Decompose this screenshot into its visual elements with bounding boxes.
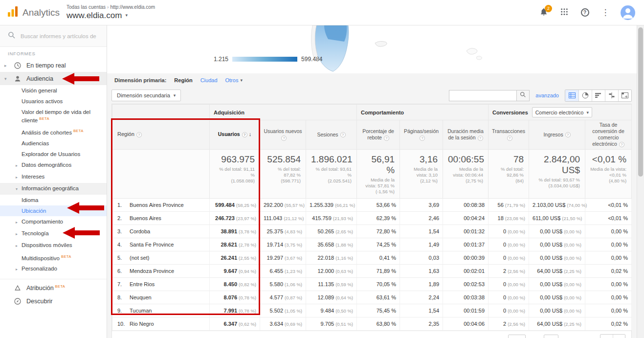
map-visualization	[107, 25, 637, 73]
revenue-cell: 64,00 US$(2,25 %)	[529, 264, 585, 277]
table-controls: Dimensión secundaria ▾ avanzado	[107, 87, 637, 104]
sort-desc-icon: ↓	[249, 131, 252, 137]
sidebar-search-input[interactable]	[21, 33, 98, 39]
table-row[interactable]: 5.(not set) 26.241(2,55 %) 19.297(3,67 %…	[112, 251, 632, 264]
pages-cell: 1,63	[400, 264, 443, 277]
notifications-button[interactable]: 2	[538, 7, 549, 18]
sidebar-item-datos-demograficos[interactable]: ▸Datos demográficos	[0, 159, 107, 171]
revenue-cell: 0,00 US$(0,00 %)	[529, 304, 585, 317]
help-button[interactable]: ?	[579, 7, 590, 18]
view-percentage-icon[interactable]	[578, 90, 592, 101]
bounce-cell: 70,05 %	[357, 277, 400, 291]
column-header-rebote[interactable]: Porcentaje de rebote?	[357, 120, 400, 150]
account-name: www.eldia.com	[67, 10, 122, 21]
brand[interactable]: Analytics	[0, 6, 67, 20]
sidebar-item-audiencia[interactable]: ▾ Audiencia	[0, 72, 107, 85]
next-page-button[interactable]: ›	[613, 335, 625, 338]
chevron-right-icon: ▸	[4, 63, 9, 68]
sidebar-item-multidispositivo[interactable]: MultidispositivoBETA	[0, 251, 107, 264]
table-row[interactable]: 1.Buenos Aires Province 599.484(58,25 %)…	[112, 198, 632, 211]
apps-grid-button[interactable]	[559, 7, 570, 18]
duration-cell: 00:01:32	[443, 225, 489, 238]
sidebar-item-vision-general[interactable]: Visión general	[0, 85, 107, 96]
sidebar-item-descubrir[interactable]: Descubrir	[0, 294, 107, 308]
sidebar-item-personalizado[interactable]: ▸Personalizado	[0, 263, 107, 275]
column-header-duracion[interactable]: Duración media de la sesión?	[443, 120, 489, 150]
sidebar-item-explorador-usuarios[interactable]: Explorador de Usuarios	[0, 149, 107, 159]
kebab-menu-button[interactable]: ⋮	[600, 7, 611, 18]
account-picker[interactable]: Todas las cuentas›http://www.eldia.com w…	[67, 4, 155, 21]
secondary-dimension-button[interactable]: Dimensión secundaria ▾	[111, 90, 181, 101]
column-header-paginas-sesion[interactable]: Páginas/sesión?	[400, 120, 443, 150]
sidebar-item-audiencias[interactable]: Audiencias	[0, 138, 107, 149]
sidebar-item-ubicacion[interactable]: Ubicación	[0, 205, 107, 216]
view-table-icon[interactable]	[565, 90, 578, 101]
group-comportamiento: Comportamiento	[357, 105, 489, 120]
table-search-button[interactable]	[516, 90, 530, 101]
sidebar-item-en-tiempo-real[interactable]: ▸ En tiempo real	[0, 59, 107, 72]
table-row[interactable]: 4.Santa Fe Province 28.621(2,78 %) 19.71…	[112, 238, 632, 251]
region-cell: 4.Santa Fe Province	[112, 238, 210, 251]
advanced-filter-link[interactable]: avanzado	[535, 92, 559, 98]
duration-cell: 00:02:01	[443, 264, 489, 277]
chevron-right-icon: ▸	[16, 242, 22, 249]
notification-badge: 2	[545, 5, 552, 12]
help-icon: ?	[478, 135, 483, 141]
new-users-cell: 19.714(3,75 %)	[260, 238, 306, 251]
sidebar-item-informacion-geografica[interactable]: ▾Información geográfica	[0, 183, 107, 195]
sidebar-item-dispositivos-moviles[interactable]: ▸Dispositivos móviles	[0, 240, 107, 251]
duration-cell: 00:01:37	[443, 238, 489, 251]
goto-page-input[interactable]	[544, 335, 558, 338]
column-header-ingresos[interactable]: Ingresos?	[529, 120, 585, 150]
table-row[interactable]: 6.Mendoza Province 9.647(0,94 %) 6.455(1…	[112, 264, 632, 277]
vertical-scrollbar[interactable]	[637, 25, 644, 338]
row-rank: 9.	[117, 308, 130, 314]
row-rank: 3.	[117, 228, 130, 234]
dimension-tab-otros[interactable]: Otros ▾	[225, 77, 243, 83]
table-row[interactable]: 9.Tucuman 7.991(0,78 %) 5.502(1,05 %) 9.…	[112, 304, 632, 317]
sidebar-item-intereses[interactable]: ▸Intereses	[0, 171, 107, 183]
column-header-region[interactable]: Región?	[112, 120, 210, 150]
dimension-tab-region[interactable]: Región	[174, 77, 192, 83]
column-header-usuarios-nuevos[interactable]: Usuarios nuevos?	[260, 120, 306, 150]
table-row[interactable]: 7.Entre Rios 8.450(0,82 %) 5.580(1,06 %)…	[112, 277, 632, 291]
column-header-sesiones[interactable]: Sesiones?	[306, 120, 357, 150]
view-comparison-icon[interactable]	[605, 90, 618, 101]
legend-gradient-bar	[232, 57, 297, 62]
scrollbar-thumb[interactable]	[638, 27, 643, 177]
avatar[interactable]	[621, 5, 635, 20]
dimension-tab-ciudad[interactable]: Ciudad	[200, 77, 218, 83]
sidebar-item-usuarios-activos[interactable]: Usuarios activos	[0, 96, 107, 107]
column-header-transacciones[interactable]: Transacciones?	[489, 120, 529, 150]
region-cell: 7.Entre Rios	[112, 277, 210, 291]
column-header-tasa-conversion[interactable]: Tasa de conversión de comercio electróni…	[585, 120, 632, 150]
users-cell: 599.484(58,25 %)	[210, 198, 260, 211]
brand-name: Analytics	[22, 7, 60, 18]
sidebar-item-tecnologia[interactable]: ▸Tecnología	[0, 228, 107, 240]
sessions-cell: 1.255.339(66,21 %)	[306, 198, 357, 211]
table-row[interactable]: 8.Neuquen 8.076(0,78 %) 4.577(0,87 %) 12…	[112, 291, 632, 304]
bounce-cell: 62,39 %	[357, 211, 400, 225]
summary-transactions: 78	[493, 154, 524, 165]
table-row[interactable]: 2.Buenos Aires 246.723(23,97 %) 111.043(…	[112, 211, 632, 225]
table-row[interactable]: 10.Rio Negro 6.347(0,62 %) 3.634(0,69 %)…	[112, 317, 632, 330]
users-cell: 8.450(0,82 %)	[210, 277, 260, 291]
sidebar-item-analisis-cohortes[interactable]: Análisis de cohortesBETA	[0, 126, 107, 138]
sidebar-search[interactable]	[0, 25, 107, 47]
sidebar-item-atribucion[interactable]: AtribuciónBETA	[0, 281, 107, 294]
sidebar-item-idioma[interactable]: Idioma	[0, 195, 107, 205]
view-pivot-icon[interactable]	[618, 90, 631, 101]
table-filter-input[interactable]	[449, 90, 516, 101]
sessions-cell: 35.658(1,88 %)	[306, 238, 357, 251]
table-row[interactable]: 3.Cordoba 38.891(3,78 %) 25.375(4,83 %) …	[112, 225, 632, 238]
sidebar-item-valor-tiempo-vida[interactable]: Valor del tiempo de vida del clienteBETA	[0, 107, 107, 126]
view-performance-icon[interactable]	[592, 90, 605, 101]
column-header-usuarios[interactable]: Usuarios?↓	[210, 120, 260, 150]
help-icon: ?	[420, 135, 425, 141]
sessions-cell: 9.705(0,51 %)	[306, 317, 357, 330]
sidebar-item-comportamiento[interactable]: ▸Comportamiento	[0, 216, 107, 228]
conversion-type-select[interactable]: Comercio electrónico ▾	[532, 107, 592, 117]
kebab-menu-icon: ⋮	[601, 7, 610, 18]
rows-per-page-select[interactable]: 10 ▾	[508, 335, 526, 338]
prev-page-button[interactable]: ‹	[600, 335, 613, 338]
